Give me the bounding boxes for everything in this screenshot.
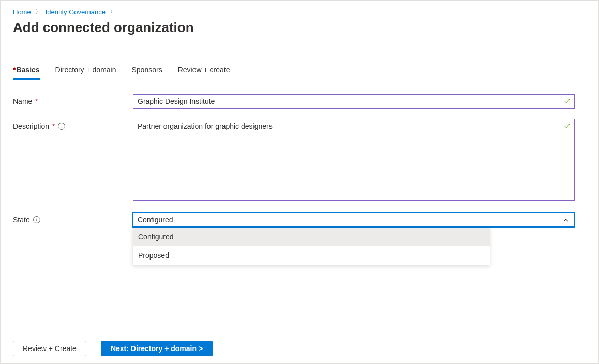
required-indicator: * (13, 66, 16, 74)
tab-label: Basics (16, 66, 39, 74)
description-label: Description * i (13, 119, 133, 130)
name-input[interactable] (133, 94, 575, 109)
description-textarea[interactable]: Partner organization for graphic designe… (133, 119, 575, 201)
tab-basics[interactable]: *Basics (13, 66, 40, 80)
tab-sponsors[interactable]: Sponsors (132, 66, 162, 80)
content-area: Home 〉 Identity Governance 〉 Add connect… (1, 1, 598, 227)
info-icon[interactable]: i (58, 123, 65, 130)
chevron-up-icon (563, 217, 569, 223)
label-text: Description (13, 122, 49, 130)
dropdown-option-configured[interactable]: Configured (133, 228, 490, 246)
review-create-button[interactable]: Review + Create (13, 341, 86, 356)
info-icon[interactable]: i (33, 216, 40, 223)
chevron-right-icon: 〉 (35, 8, 41, 17)
form-row-state: State i Configured Configured Proposed (13, 213, 586, 227)
state-dropdown-list: Configured Proposed (133, 228, 490, 265)
label-text: State (13, 216, 30, 224)
tab-bar: *Basics Directory + domain Sponsors Revi… (13, 66, 586, 80)
tab-review-create[interactable]: Review + create (178, 66, 230, 80)
page-container: Home 〉 Identity Governance 〉 Add connect… (0, 0, 599, 364)
state-dropdown[interactable]: Configured (133, 213, 575, 227)
dropdown-option-proposed[interactable]: Proposed (133, 246, 490, 265)
name-field-wrapper (133, 94, 575, 109)
form-row-description: Description * i Partner organization for… (13, 119, 586, 202)
breadcrumb: Home 〉 Identity Governance 〉 (13, 8, 586, 17)
state-label: State i (13, 213, 133, 224)
state-field-wrapper: Configured Configured Proposed (133, 213, 575, 227)
label-text: Name (13, 97, 32, 105)
tab-directory-domain[interactable]: Directory + domain (55, 66, 116, 80)
required-indicator: * (35, 97, 38, 105)
required-indicator: * (52, 122, 55, 130)
next-button[interactable]: Next: Directory + domain > (101, 341, 213, 356)
form-row-name: Name * (13, 94, 586, 109)
breadcrumb-home-link[interactable]: Home (13, 8, 31, 16)
name-label: Name * (13, 94, 133, 105)
dropdown-selected-value: Configured (138, 216, 173, 224)
chevron-right-icon: 〉 (110, 8, 116, 17)
breadcrumb-identity-gov-link[interactable]: Identity Governance (46, 8, 106, 16)
footer-bar: Review + Create Next: Directory + domain… (1, 333, 598, 363)
page-title: Add connected organization (13, 20, 586, 36)
description-field-wrapper: Partner organization for graphic designe… (133, 119, 575, 202)
